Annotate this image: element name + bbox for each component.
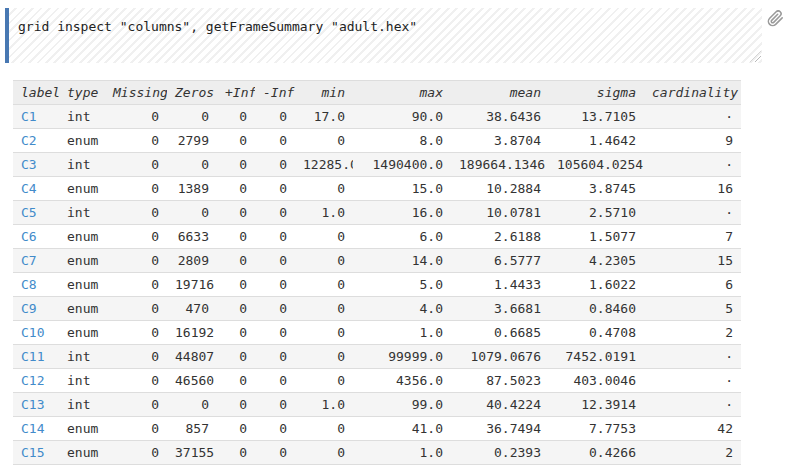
cell-missing: 0 — [105, 297, 167, 321]
cell-max: 6.0 — [353, 225, 451, 249]
paperclip-icon-svg — [767, 10, 784, 27]
cell-min: 12285.0 — [295, 153, 353, 177]
cell-cardinality: 6 — [644, 273, 741, 297]
code-input[interactable]: grid inspect "columns", getFrameSummary … — [9, 8, 762, 63]
column-label-link[interactable]: C5 — [21, 205, 37, 220]
column-header-inf: -Inf — [255, 81, 295, 105]
cell-type: enum — [59, 417, 105, 441]
column-label-link[interactable]: C8 — [21, 277, 37, 292]
cell-inf: 0 — [255, 153, 295, 177]
column-label-link[interactable]: C11 — [21, 349, 44, 364]
cell-zeros: 1389 — [167, 177, 217, 201]
cell-type: enum — [59, 321, 105, 345]
cell-zeros: 2799 — [167, 129, 217, 153]
cell-cardinality: 16 — [644, 177, 741, 201]
cell-mean: 0.2393 — [451, 441, 549, 465]
cell-max: 8.0 — [353, 129, 451, 153]
cell-missing: 0 — [105, 393, 167, 417]
cell-missing: 0 — [105, 201, 167, 225]
cell-zeros: 0 — [167, 153, 217, 177]
cell-mean: 189664.1346 — [451, 153, 549, 177]
column-header-mean: mean — [451, 81, 549, 105]
cell-missing: 0 — [105, 129, 167, 153]
cell-zeros: 16192 — [167, 321, 217, 345]
column-header-cardinality: cardinality — [644, 81, 741, 105]
column-label-link[interactable]: C12 — [21, 373, 44, 388]
cell-inf: 0 — [255, 297, 295, 321]
cell-zeros: 46560 — [167, 369, 217, 393]
cell-inf: 0 — [255, 129, 295, 153]
column-label-link[interactable]: C9 — [21, 301, 37, 316]
cell-min: 0 — [295, 441, 353, 465]
paperclip-icon[interactable] — [767, 10, 784, 27]
cell-inf: 0 — [255, 201, 295, 225]
column-label-link[interactable]: C13 — [21, 397, 44, 412]
cell-inf: 0 — [217, 369, 255, 393]
table-row: C15enum0371550001.00.23930.42662 — [13, 441, 741, 465]
table-row: C11int04480700099999.01079.06767452.0191… — [13, 345, 741, 369]
table-row: C8enum0197160005.01.44331.60226 — [13, 273, 741, 297]
column-label-link[interactable]: C4 — [21, 181, 37, 196]
column-label-link[interactable]: C10 — [21, 325, 44, 340]
cell-sigma: 1.5077 — [549, 225, 644, 249]
table-row: C6enum066330006.02.61881.50777 — [13, 225, 741, 249]
cell-inf: 0 — [217, 105, 255, 129]
cell-missing: 0 — [105, 417, 167, 441]
cell-inf: 0 — [217, 393, 255, 417]
label-cell: C6 — [13, 225, 59, 249]
cell-max: 16.0 — [353, 201, 451, 225]
column-label-link[interactable]: C7 — [21, 253, 37, 268]
column-header-missing: Missing — [105, 81, 167, 105]
cell-max: 4356.0 — [353, 369, 451, 393]
cell-inf: 0 — [217, 345, 255, 369]
cell-max: 99.0 — [353, 393, 451, 417]
label-cell: C15 — [13, 441, 59, 465]
cell-cardinality: · — [644, 105, 741, 129]
column-label-link[interactable]: C1 — [21, 109, 37, 124]
column-label-link[interactable]: C15 — [21, 445, 44, 460]
column-label-link[interactable]: C3 — [21, 157, 37, 172]
column-label-link[interactable]: C14 — [21, 421, 44, 436]
cell-cardinality: · — [644, 345, 741, 369]
label-cell: C3 — [13, 153, 59, 177]
cell-zeros: 0 — [167, 201, 217, 225]
cell-max: 41.0 — [353, 417, 451, 441]
cell-inf: 0 — [217, 273, 255, 297]
cell-mean: 6.5777 — [451, 249, 549, 273]
cell-cardinality: · — [644, 369, 741, 393]
table-row: C5int00001.016.010.07812.5710· — [13, 201, 741, 225]
cell-max: 14.0 — [353, 249, 451, 273]
code-text: grid inspect "columns", getFrameSummary … — [9, 8, 762, 35]
cell-zeros: 19716 — [167, 273, 217, 297]
cell-min: 0 — [295, 177, 353, 201]
cell-mean: 38.6436 — [451, 105, 549, 129]
column-header-label: label — [13, 81, 59, 105]
column-label-link[interactable]: C6 — [21, 229, 37, 244]
cell-inf: 0 — [255, 369, 295, 393]
cell-inf: 0 — [255, 249, 295, 273]
cell-cardinality: 5 — [644, 297, 741, 321]
cell-min: 0 — [295, 369, 353, 393]
cell-inf: 0 — [217, 297, 255, 321]
cell-missing: 0 — [105, 441, 167, 465]
column-label-link[interactable]: C2 — [21, 133, 37, 148]
resize-grip-icon[interactable] — [750, 51, 761, 62]
cell-cardinality: · — [644, 201, 741, 225]
cell-sigma: 0.8460 — [549, 297, 644, 321]
table-row: C12int0465600004356.087.5023403.0046· — [13, 369, 741, 393]
label-cell: C8 — [13, 273, 59, 297]
cell-inf: 0 — [217, 201, 255, 225]
cell-cardinality: · — [644, 153, 741, 177]
cell-max: 5.0 — [353, 273, 451, 297]
cell-mean: 10.0781 — [451, 201, 549, 225]
label-cell: C11 — [13, 345, 59, 369]
cell-cardinality: 2 — [644, 321, 741, 345]
label-cell: C7 — [13, 249, 59, 273]
cell-min: 0 — [295, 345, 353, 369]
cell-mean: 0.6685 — [451, 321, 549, 345]
cell-zeros: 0 — [167, 393, 217, 417]
cell-inf: 0 — [255, 225, 295, 249]
cell-mean: 2.6188 — [451, 225, 549, 249]
cell-sigma: 1.4642 — [549, 129, 644, 153]
cell-sigma: 105604.0254 — [549, 153, 644, 177]
